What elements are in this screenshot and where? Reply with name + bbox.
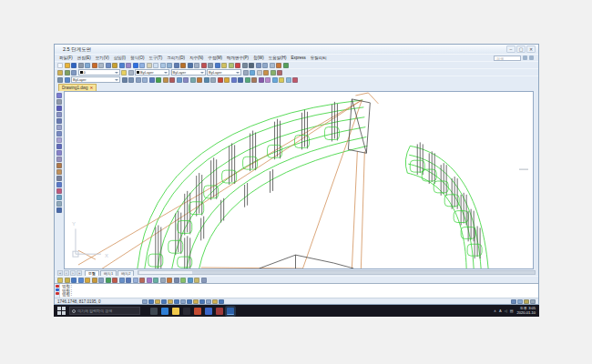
- menu-item[interactable]: 파일(F): [59, 56, 73, 60]
- otrack-icon[interactable]: [188, 278, 193, 283]
- scale-icon[interactable]: [163, 77, 168, 83]
- pan-icon[interactable]: [147, 63, 152, 68]
- layer-freeze-icon[interactable]: [250, 70, 255, 76]
- copy-icon[interactable]: [106, 63, 111, 68]
- layout-nav-button[interactable]: ‹: [64, 270, 69, 276]
- snap-from-icon[interactable]: [65, 278, 70, 283]
- layer-icon[interactable]: [221, 63, 227, 68]
- osnap-toggle[interactable]: [174, 299, 179, 304]
- hatch-icon[interactable]: [231, 77, 237, 83]
- lwt-toggle[interactable]: [206, 299, 211, 304]
- menu-item[interactable]: 유틸리티: [311, 56, 327, 60]
- layer-properties-icon[interactable]: [57, 70, 63, 76]
- make-block-icon[interactable]: [56, 169, 62, 175]
- cad-app-icon[interactable]: [227, 308, 234, 315]
- layer-lock-icon[interactable]: [128, 70, 134, 76]
- mirror-icon[interactable]: [190, 77, 196, 83]
- mtext-icon[interactable]: [56, 207, 62, 213]
- snap-toggle[interactable]: [148, 299, 154, 304]
- linetype-icon[interactable]: [242, 63, 248, 68]
- layer-walk-icon[interactable]: [277, 70, 282, 76]
- network-icon[interactable]: ▤: [510, 308, 514, 313]
- ortho-toggle[interactable]: [161, 299, 167, 304]
- lineweight-icon[interactable]: [249, 63, 254, 68]
- isolate-icon[interactable]: [263, 70, 269, 76]
- ducs-toggle[interactable]: [193, 299, 199, 304]
- menu-item[interactable]: 그리기(D): [167, 56, 185, 60]
- rotate-icon[interactable]: [156, 77, 161, 83]
- insert-block-icon[interactable]: [56, 163, 62, 168]
- horizontal-scrollbar[interactable]: [138, 270, 536, 275]
- polar-icon[interactable]: [180, 278, 186, 283]
- transparency-toggle[interactable]: [212, 299, 218, 304]
- tool-palettes-icon[interactable]: [188, 63, 193, 68]
- menu-item[interactable]: 창(W): [253, 56, 264, 60]
- drawing-canvas[interactable]: Y X: [64, 91, 534, 269]
- style-dropdown[interactable]: ByLayer: [71, 76, 120, 83]
- volume-icon[interactable]: ◁: [505, 308, 507, 313]
- erase-icon[interactable]: [218, 77, 223, 83]
- properties-painter-icon[interactable]: [65, 77, 70, 83]
- leader-icon[interactable]: [251, 77, 257, 83]
- extend-icon[interactable]: [177, 77, 182, 83]
- arc-icon[interactable]: [142, 77, 148, 83]
- taskbar-clock[interactable]: 오후 3:05 2020-01-10: [517, 307, 536, 315]
- layer-dropdown[interactable]: 0: [78, 69, 120, 76]
- color-dropdown[interactable]: ByLayer: [135, 69, 169, 76]
- layout-tab[interactable]: 배치2: [117, 270, 134, 276]
- grid-toggle[interactable]: [155, 299, 160, 304]
- layer-on-icon[interactable]: [121, 70, 127, 76]
- menu-item[interactable]: 삽입(I): [114, 56, 126, 60]
- edge-icon[interactable]: [161, 308, 168, 315]
- plot-icon[interactable]: [78, 63, 84, 68]
- zoom-realtime-icon[interactable]: [153, 63, 158, 68]
- layout-tab[interactable]: 배치1: [100, 270, 117, 276]
- binoculars-icon[interactable]: [523, 56, 527, 60]
- plot-style-icon[interactable]: [243, 70, 249, 76]
- app-blue-icon[interactable]: [205, 308, 212, 315]
- block-editor-icon[interactable]: [126, 63, 131, 68]
- group-icon[interactable]: [272, 77, 278, 83]
- gradient-icon[interactable]: [56, 188, 62, 194]
- view-icon[interactable]: [292, 77, 298, 83]
- ellipse-arc-icon[interactable]: [56, 157, 62, 162]
- plot-preview-icon[interactable]: [85, 63, 90, 68]
- save-icon[interactable]: [71, 63, 77, 68]
- osnap-settings-icon[interactable]: [167, 278, 172, 283]
- open-icon[interactable]: [65, 63, 70, 68]
- file-explorer-icon[interactable]: [172, 308, 179, 315]
- menu-item[interactable]: 보기(V): [96, 56, 109, 60]
- unisolate-icon[interactable]: [270, 70, 276, 76]
- none-icon[interactable]: [160, 278, 166, 283]
- ortho-icon[interactable]: [174, 278, 179, 283]
- model-button[interactable]: [511, 299, 516, 304]
- dyn-icon[interactable]: [194, 278, 199, 283]
- polygon-icon[interactable]: [56, 112, 62, 117]
- redo-icon[interactable]: [139, 63, 145, 68]
- construction-line-icon[interactable]: [56, 99, 62, 105]
- region-icon[interactable]: [56, 195, 62, 200]
- layout-nav-button[interactable]: ›: [70, 270, 76, 276]
- layer-previous-icon[interactable]: [71, 70, 77, 76]
- revision-cloud-icon[interactable]: [56, 137, 62, 143]
- zoom-previous-icon[interactable]: [167, 63, 172, 68]
- tray-expand-icon[interactable]: ∧: [494, 308, 496, 313]
- dim-style-icon[interactable]: [262, 63, 268, 68]
- layer-states-icon[interactable]: [229, 63, 234, 68]
- move-icon[interactable]: [149, 77, 155, 83]
- workspace-button[interactable]: [524, 299, 529, 304]
- circle-icon[interactable]: [136, 77, 141, 83]
- osnap3d-toggle[interactable]: [180, 299, 186, 304]
- store-icon[interactable]: [183, 308, 190, 315]
- match-properties-icon[interactable]: [119, 63, 125, 68]
- otrack-toggle[interactable]: [187, 299, 192, 304]
- tab-close-icon[interactable]: ✕: [90, 86, 94, 90]
- parallel-icon[interactable]: [133, 278, 138, 283]
- offset-icon[interactable]: [183, 77, 189, 83]
- designcenter-icon[interactable]: [180, 63, 186, 68]
- line-icon[interactable]: [56, 93, 62, 98]
- intersection-icon[interactable]: [85, 278, 90, 283]
- menu-item[interactable]: 도구(T): [149, 56, 163, 60]
- quickcalc-icon[interactable]: [208, 63, 213, 68]
- linetype-manager-icon[interactable]: [57, 77, 63, 83]
